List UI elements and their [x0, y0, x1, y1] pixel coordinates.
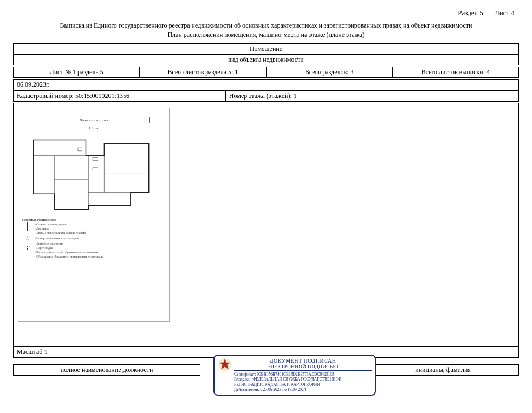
- title-line2: План расположения помещения, машино-мест…: [13, 31, 519, 39]
- stamp-title1: ДОКУМЕНТ ПОДПИСАН: [234, 358, 372, 364]
- legend-item-room-number: 12.1- Номер помещения и его площадь: [22, 235, 166, 241]
- meta-total-section-sheets: Всего листов раздела 5: 1: [140, 67, 266, 78]
- stamp-certificate: Сертификат: 00BB056B7401CB38D2B3576ACDC8…: [234, 372, 372, 377]
- meta-total-sheets: Всего листов выписки: 4: [392, 67, 518, 78]
- svg-rect-7: [93, 158, 98, 161]
- section-label: Раздел 5: [458, 9, 483, 17]
- legend-item-wall: - Стена с окном и дверью: [22, 222, 166, 226]
- plan-subtitle: 1 Этаж: [22, 127, 166, 130]
- title-block: Выписка из Единого государственного реес…: [13, 19, 519, 43]
- stamp-validity: Действителен: с 27.06.2023 по 19.09.2024: [234, 387, 372, 392]
- svg-rect-9: [78, 148, 82, 151]
- signature-name: инициалы, фамилия: [367, 365, 519, 376]
- legend-item-stairs: - Лестница: [22, 227, 166, 230]
- plan-container: План части этажа 1 Этаж: [13, 103, 519, 346]
- meta-total-sections: Всего разделов: 3: [266, 67, 392, 78]
- signature-position: полное наименование должности: [14, 365, 200, 376]
- legend-item-door: - Дверь остекленная (на балкон, лоджию): [22, 231, 166, 234]
- date-table: 06.09.2023г.: [13, 79, 519, 90]
- legend-item-boundary: - Часть границы плана образованного поме…: [22, 251, 166, 254]
- object-type-label: вид объекта недвижимости: [14, 55, 519, 65]
- plan-title: План части этажа: [38, 117, 150, 123]
- cadastral-number: Кадастровый номер: 50:15:0090201:1356: [14, 91, 226, 102]
- floor-plan-drawing: [22, 132, 166, 216]
- legend-item-linear: - Линейное измерение: [22, 242, 166, 245]
- object-type-value: Помещение: [14, 44, 519, 55]
- meta-table: Лист № 1 раздела 5 Всего листов раздела …: [13, 67, 519, 78]
- signature-area: полное наименование должности инициалы, …: [13, 364, 519, 376]
- emblem-icon: [218, 358, 232, 372]
- floor-number: Номер этажа (этажей): 1: [225, 91, 518, 102]
- meta-sheet-of-section: Лист № 1 раздела 5: [14, 67, 140, 78]
- legend-title: Условные обозначения:: [22, 218, 166, 221]
- cadastral-table: Кадастровый номер: 50:15:0090201:1356 Но…: [13, 90, 519, 102]
- svg-rect-8: [93, 168, 98, 171]
- stamp-owner: Владелец: ФЕДЕРАЛЬНАЯ СЛУЖБА ГОСУДАРСТВЕ…: [234, 377, 372, 387]
- document-page: Раздел 5 Лист 4 Выписка из Единого госуд…: [0, 0, 532, 382]
- digital-signature-stamp: ДОКУМЕНТ ПОДПИСАН ЭЛЕКТРОННОЙ ПОДПИСЬЮ С…: [213, 355, 376, 396]
- object-header-table: Помещение вид объекта недвижимости: [13, 43, 519, 65]
- page-header: Раздел 5 Лист 4: [13, 6, 519, 19]
- legend-item-partition: - Перегородка: [22, 246, 166, 250]
- legend-item-formed-room: - Обозначение образуемого помещения и ег…: [22, 255, 166, 258]
- plan-sheet: План части этажа 1 Этаж: [18, 108, 170, 322]
- stamp-title2: ЭЛЕКТРОННОЙ ПОДПИСЬЮ: [234, 364, 372, 371]
- title-line1: Выписка из Единого государственного реес…: [13, 22, 519, 30]
- document-date: 06.09.2023г.: [14, 80, 519, 90]
- sheet-label: Лист 4: [495, 9, 515, 17]
